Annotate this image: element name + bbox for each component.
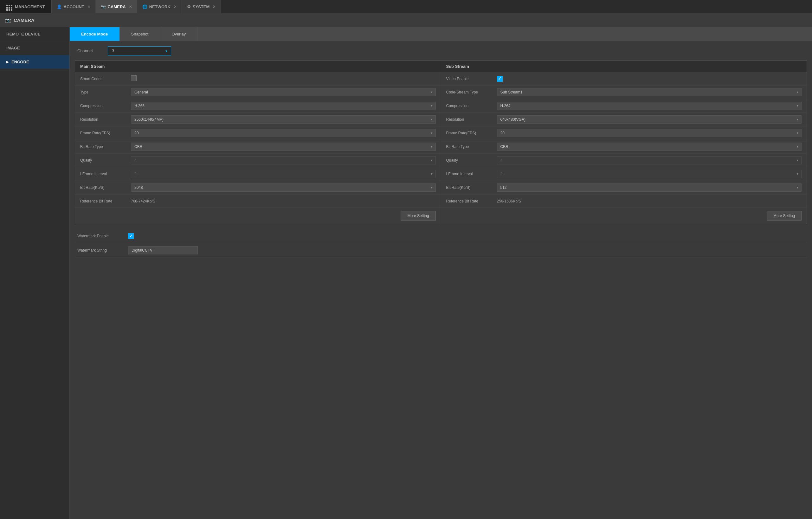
content-area: Encode Mode Snapshot Overlay Channel 1 2… <box>70 27 812 519</box>
sub-video-enable-checkbox[interactable] <box>497 76 503 82</box>
watermark-string-input[interactable] <box>128 246 198 254</box>
account-tab[interactable]: 👤 ACCOUNT ✕ <box>52 0 96 13</box>
tab-encode-mode[interactable]: Encode Mode <box>70 27 120 41</box>
sub-bitrate-select[interactable]: 512 256 1024 <box>497 183 802 192</box>
sub-bitrate-label: Bit Rate(Kb/S) <box>446 185 497 190</box>
main-resolution-label: Resolution <box>80 117 131 122</box>
sub-stream-header: Sub Stream <box>441 61 807 72</box>
sub-more-setting-row: More Setting <box>441 208 807 224</box>
encode-chevron-icon: ▶ <box>6 60 9 64</box>
sub-iframe-row: I Frame Interval 2s <box>441 167 807 181</box>
main-type-row: Type General Smart <box>75 86 441 99</box>
sub-refbitrate-row: Reference Bit Rate 256-1536Kb/S <box>441 194 807 208</box>
main-bitrate-row: Bit Rate(Kb/S) 2048 1024 512 <box>75 181 441 194</box>
channel-select[interactable]: 1 2 3 4 <box>108 46 171 56</box>
streams-container: Main Stream Smart Codec Type General <box>70 61 812 229</box>
watermark-enable-checkbox[interactable] <box>128 233 134 239</box>
camera-close-icon[interactable]: ✕ <box>129 5 132 9</box>
channel-label: Channel <box>77 49 103 53</box>
sub-stream-panel: Sub Stream Video Enable Code-Stream Type… <box>441 61 807 224</box>
main-framerate-row: Frame Rate(FPS) 20 25 30 <box>75 126 441 140</box>
main-smart-codec-label: Smart Codec <box>80 77 131 81</box>
tab-snapshot-label: Snapshot <box>131 32 149 36</box>
sub-compression-select[interactable]: H.264 H.265 <box>497 102 802 110</box>
sub-codestreamtype-select[interactable]: Sub Stream1 Sub Stream2 <box>497 88 802 96</box>
main-resolution-select[interactable]: 2560x1440(4MP) 1920x1080(2MP) <box>131 115 436 124</box>
system-tab[interactable]: ⚙ SYSTEM ✕ <box>182 0 221 13</box>
main-more-setting-button[interactable]: More Setting <box>401 211 435 220</box>
sub-framerate-select[interactable]: 20 25 30 <box>497 129 802 137</box>
sub-resolution-select[interactable]: 640x480(VGA) 320x240 <box>497 115 802 124</box>
system-close-icon[interactable]: ✕ <box>213 5 215 9</box>
sidebar-image-label: IMAGE <box>6 45 20 50</box>
sub-tabs: Encode Mode Snapshot Overlay <box>70 27 812 41</box>
sub-framerate-label: Frame Rate(FPS) <box>446 131 497 135</box>
main-iframe-select[interactable]: 2s <box>131 170 436 178</box>
sub-bitratetype-row: Bit Rate Type CBR VBR <box>441 140 807 154</box>
sub-video-enable-row: Video Enable <box>441 72 807 86</box>
management-label: MANAGEMENT <box>15 4 45 9</box>
sub-codestreamtype-label: Code-Stream Type <box>446 90 497 94</box>
main-stream-panel: Main Stream Smart Codec Type General <box>75 61 441 224</box>
main-type-label: Type <box>80 90 131 94</box>
main-bitratetype-row: Bit Rate Type CBR VBR <box>75 140 441 154</box>
main-framerate-select[interactable]: 20 25 30 <box>131 129 436 137</box>
main-refbitrate-value: 768-7424Kb/S <box>131 199 155 204</box>
sidebar-item-image[interactable]: IMAGE <box>0 41 69 55</box>
tab-snapshot[interactable]: Snapshot <box>120 27 161 41</box>
main-refbitrate-row: Reference Bit Rate 768-7424Kb/S <box>75 194 441 208</box>
watermark-string-row: Watermark String <box>75 243 807 258</box>
sub-compression-label: Compression <box>446 103 497 108</box>
camera-tab-label: CAMERA <box>108 4 126 9</box>
main-quality-label: Quality <box>80 158 131 162</box>
network-close-icon[interactable]: ✕ <box>174 5 177 9</box>
main-layout: REMOTE DEVICE IMAGE ▶ ENCODE Encode Mode… <box>0 27 812 519</box>
main-bitrate-select[interactable]: 2048 1024 512 <box>131 183 436 192</box>
system-label: SYSTEM <box>193 4 209 9</box>
watermark-string-label: Watermark String <box>77 248 128 252</box>
network-label: NETWORK <box>149 4 171 9</box>
main-more-setting-row: More Setting <box>75 208 441 224</box>
main-compression-label: Compression <box>80 103 131 108</box>
sub-quality-select[interactable]: 4 <box>497 156 802 164</box>
grid-icon <box>6 3 12 11</box>
main-iframe-label: I Frame Interval <box>80 172 131 176</box>
account-close-icon[interactable]: ✕ <box>87 5 90 9</box>
sidebar-item-encode[interactable]: ▶ ENCODE <box>0 55 69 69</box>
sub-quality-row: Quality 4 <box>441 154 807 167</box>
tab-overlay-label: Overlay <box>171 32 186 36</box>
sub-video-enable-label: Video Enable <box>446 77 497 81</box>
sub-iframe-select[interactable]: 2s <box>497 170 802 178</box>
sub-bitrate-row: Bit Rate(Kb/S) 512 256 1024 <box>441 181 807 194</box>
channel-select-wrapper: 1 2 3 4 <box>108 46 171 56</box>
sub-codestreamtype-row: Code-Stream Type Sub Stream1 Sub Stream2 <box>441 86 807 99</box>
sub-more-setting-button[interactable]: More Setting <box>767 211 802 220</box>
watermark-enable-row: Watermark Enable <box>75 229 807 243</box>
sidebar-encode-label: ENCODE <box>11 60 29 64</box>
main-smart-codec-checkbox[interactable] <box>131 75 137 81</box>
sidebar-item-remote-device[interactable]: REMOTE DEVICE <box>0 27 69 41</box>
main-bitrate-label: Bit Rate(Kb/S) <box>80 185 131 190</box>
main-quality-select[interactable]: 4 <box>131 156 436 164</box>
sub-refbitrate-value: 256-1536Kb/S <box>497 199 521 204</box>
management-tab[interactable]: MANAGEMENT <box>0 0 52 13</box>
page-header: 📷 CAMERA <box>0 13 812 27</box>
tab-overlay[interactable]: Overlay <box>160 27 198 41</box>
main-compression-select[interactable]: H.265 H.264 <box>131 102 436 110</box>
sub-compression-row: Compression H.264 H.265 <box>441 99 807 113</box>
sub-framerate-row: Frame Rate(FPS) 20 25 30 <box>441 126 807 140</box>
sub-refbitrate-label: Reference Bit Rate <box>446 199 497 204</box>
main-iframe-row: I Frame Interval 2s <box>75 167 441 181</box>
camera-tab[interactable]: 📷 CAMERA ✕ <box>96 0 137 13</box>
network-tab[interactable]: 🌐 NETWORK ✕ <box>137 0 182 13</box>
sidebar: REMOTE DEVICE IMAGE ▶ ENCODE <box>0 27 70 519</box>
main-type-select[interactable]: General Smart <box>131 88 436 96</box>
main-bitratetype-select[interactable]: CBR VBR <box>131 143 436 151</box>
main-quality-row: Quality 4 <box>75 154 441 167</box>
account-label: ACCOUNT <box>64 4 84 9</box>
top-tabbar: MANAGEMENT 👤 ACCOUNT ✕ 📷 CAMERA ✕ 🌐 NETW… <box>0 0 812 13</box>
sub-bitratetype-select[interactable]: CBR VBR <box>497 143 802 151</box>
camera-tab-icon: 📷 <box>101 4 106 9</box>
account-icon: 👤 <box>57 4 62 9</box>
sub-resolution-label: Resolution <box>446 117 497 122</box>
